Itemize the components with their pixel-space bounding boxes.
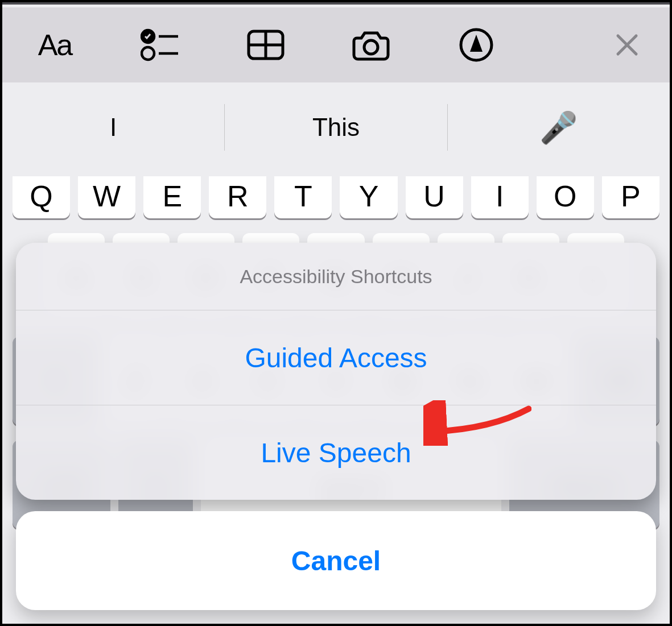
option-label: Guided Access — [245, 342, 427, 374]
suggestion-i[interactable]: I — [2, 113, 224, 142]
close-toolbar-button[interactable] — [584, 7, 670, 82]
suggestion-mic[interactable]: 🎤 — [448, 110, 670, 146]
screen: Aa — [0, 0, 672, 626]
svg-point-2 — [142, 47, 154, 60]
camera-button[interactable] — [318, 7, 423, 82]
suggestion-this[interactable]: This — [225, 113, 447, 142]
accessibility-shortcuts-sheet: Accessibility Shortcuts Guided Access Li… — [16, 243, 656, 500]
suggestion-bar: I This 🎤 — [2, 88, 670, 167]
camera-icon — [351, 29, 391, 61]
table-button[interactable] — [213, 7, 318, 82]
text-format-button[interactable]: Aa — [2, 7, 108, 82]
checklist-icon — [141, 28, 180, 62]
markup-icon — [459, 28, 493, 62]
key-w[interactable]: W — [78, 176, 135, 218]
guided-access-option[interactable]: Guided Access — [16, 310, 656, 405]
status-strip — [2, 2, 670, 5]
key-u[interactable]: U — [406, 176, 463, 218]
key-r[interactable]: R — [209, 176, 266, 218]
sheet-title: Accessibility Shortcuts — [16, 243, 656, 310]
key-q[interactable]: Q — [13, 176, 70, 218]
table-icon — [247, 30, 285, 60]
key-o[interactable]: O — [537, 176, 594, 218]
cancel-label: Cancel — [291, 545, 381, 577]
svg-point-7 — [364, 40, 378, 54]
suggestion-label: I — [110, 113, 117, 142]
close-icon — [615, 32, 640, 57]
cancel-button[interactable]: Cancel — [16, 511, 656, 610]
format-toolbar: Aa — [2, 7, 670, 82]
key-t[interactable]: T — [274, 176, 332, 218]
text-format-icon: Aa — [38, 28, 72, 62]
key-i[interactable]: I — [471, 176, 529, 218]
checklist-button[interactable] — [108, 7, 213, 82]
markup-button[interactable] — [423, 7, 529, 82]
suggestion-label: This — [312, 113, 360, 142]
key-e[interactable]: E — [143, 176, 201, 218]
option-label: Live Speech — [261, 437, 411, 469]
microphone-icon: 🎤 — [539, 110, 578, 146]
key-y[interactable]: Y — [340, 176, 397, 218]
live-speech-option[interactable]: Live Speech — [16, 405, 656, 500]
key-p[interactable]: P — [602, 176, 659, 218]
keyboard-row-1: Q W E R T Y U I O P — [2, 176, 670, 218]
